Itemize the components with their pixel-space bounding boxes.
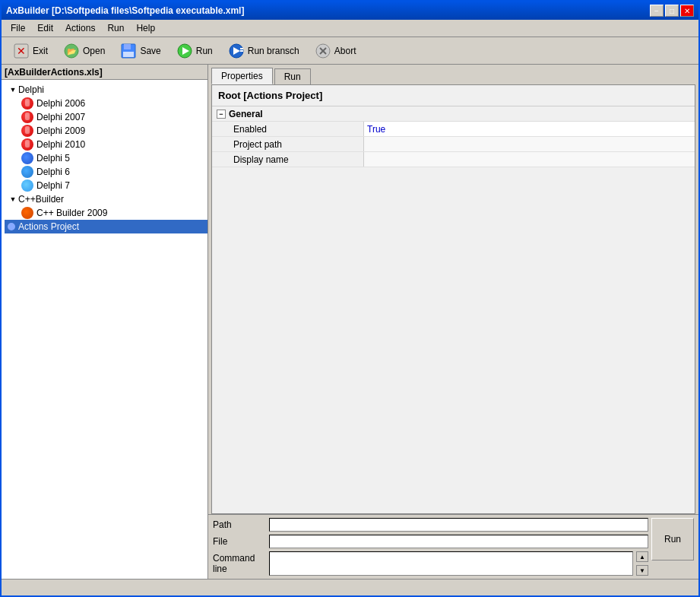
exit-icon: ✕ xyxy=(13,43,30,59)
run-row-path: Path xyxy=(213,518,648,532)
svg-text:✕: ✕ xyxy=(17,45,26,57)
section-general-header[interactable]: − General xyxy=(212,106,695,122)
tree-item-cpp[interactable]: ▼ C++Builder xyxy=(5,192,207,206)
file-label: File xyxy=(213,536,266,547)
prop-value-display-name[interactable] xyxy=(364,152,695,167)
prop-row-enabled: Enabled True xyxy=(212,122,695,137)
runbranch-label: Run bransch xyxy=(248,46,299,56)
delphi6-label: Delphi 6 xyxy=(36,167,70,177)
delphi2010-icon xyxy=(21,138,33,151)
tree-cpp-label: C++Builder xyxy=(18,194,64,205)
tree-item-delphi2010[interactable]: Delphi 2010 xyxy=(18,138,207,151)
runbranch-button[interactable]: Run bransch xyxy=(221,40,306,62)
tree-item-delphi7[interactable]: Delphi 7 xyxy=(18,179,207,192)
toolbar: ✕ Exit 📂 Open Save xyxy=(2,37,698,65)
scroll-down-icon[interactable]: ▼ xyxy=(636,565,648,576)
properties-title: Root [Actions Project] xyxy=(212,85,695,106)
svg-text:📂: 📂 xyxy=(67,46,77,56)
file-input[interactable] xyxy=(269,535,648,548)
svg-rect-5 xyxy=(124,44,131,49)
run-panel: Path File Command line xyxy=(208,514,698,579)
left-panel: [AxBuilderActions.xls] ▼ Delphi Delphi 2… xyxy=(2,65,208,579)
cpp2009-icon xyxy=(21,207,33,219)
maximize-button[interactable]: □ xyxy=(665,5,679,17)
path-input[interactable] xyxy=(269,518,648,532)
prop-value-project-path[interactable] xyxy=(364,137,695,151)
menu-run[interactable]: Run xyxy=(101,21,130,35)
tree-item-delphi6[interactable]: Delphi 6 xyxy=(18,165,207,179)
run-row-cmdline: Command line ▲ ▼ xyxy=(213,551,648,576)
expand-cpp-icon[interactable]: ▼ xyxy=(8,194,18,205)
menu-actions[interactable]: Actions xyxy=(59,21,101,35)
tree-item-actions-project[interactable]: Actions Project xyxy=(5,220,207,233)
tree-item-delphi2009[interactable]: Delphi 2009 xyxy=(18,124,207,138)
statusbar xyxy=(2,579,698,595)
expand-delphi-icon[interactable]: ▼ xyxy=(8,84,18,95)
cmdline-right: ▲ ▼ xyxy=(269,551,648,576)
menu-edit[interactable]: Edit xyxy=(31,21,59,35)
tree-item-delphi[interactable]: ▼ Delphi xyxy=(5,83,207,97)
abort-button[interactable]: Abort xyxy=(308,40,363,62)
run-label: Run xyxy=(196,46,213,56)
close-button[interactable]: ✕ xyxy=(680,5,694,17)
left-panel-header: [AxBuilderActions.xls] xyxy=(2,65,207,80)
run-button[interactable]: Run xyxy=(169,40,220,62)
actions-project-label: Actions Project xyxy=(18,221,79,232)
tree-item-delphi2007[interactable]: Delphi 2007 xyxy=(18,110,207,124)
open-label: Open xyxy=(83,46,105,56)
delphi6-icon xyxy=(21,166,33,178)
delphi2010-label: Delphi 2010 xyxy=(36,139,85,150)
cmdline-scrollbar: ▲ ▼ xyxy=(636,551,648,576)
main-content: [AxBuilderActions.xls] ▼ Delphi Delphi 2… xyxy=(2,65,698,579)
abort-icon xyxy=(315,43,331,59)
tree-header-text: [AxBuilderActions.xls] xyxy=(5,67,103,78)
cpp2009-label: C++ Builder 2009 xyxy=(36,208,107,218)
open-button[interactable]: 📂 Open xyxy=(56,40,112,62)
actions-project-dot-icon xyxy=(8,223,15,230)
tree-item-delphi2006[interactable]: Delphi 2006 xyxy=(18,97,207,110)
menu-help[interactable]: Help xyxy=(130,21,161,35)
abort-label: Abort xyxy=(334,46,356,56)
delphi5-icon xyxy=(21,152,33,164)
delphi2007-label: Delphi 2007 xyxy=(36,112,85,122)
prop-name-project-path: Project path xyxy=(212,137,364,151)
run-inputs-area: Path File Command line xyxy=(213,518,694,576)
delphi2009-label: Delphi 2009 xyxy=(36,125,85,136)
tab-properties[interactable]: Properties xyxy=(211,68,273,84)
tree-item-delphi5[interactable]: Delphi 5 xyxy=(18,151,207,165)
title-bar: AxBuilder [D:\Softpedia files\Softpedia … xyxy=(2,2,698,20)
section-toggle-icon[interactable]: − xyxy=(217,110,226,119)
exit-button[interactable]: ✕ Exit xyxy=(6,40,55,62)
tree-delphi-label: Delphi xyxy=(18,84,44,95)
save-button[interactable]: Save xyxy=(113,40,167,62)
path-label: Path xyxy=(213,519,266,530)
delphi7-label: Delphi 7 xyxy=(36,180,70,191)
tree-item-cpp2009[interactable]: C++ Builder 2009 xyxy=(18,206,207,220)
delphi5-label: Delphi 5 xyxy=(36,153,70,164)
delphi2007-icon xyxy=(21,111,33,123)
window-title: AxBuilder [D:\Softpedia files\Softpedia … xyxy=(6,5,244,16)
properties-spacer xyxy=(212,167,695,513)
run-fields: Path File Command line xyxy=(213,518,648,576)
prop-value-enabled[interactable]: True xyxy=(364,122,695,136)
delphi7-icon xyxy=(21,179,33,192)
delphi2009-icon xyxy=(21,125,33,137)
properties-area: Root [Actions Project] − General Enabled… xyxy=(211,84,695,514)
prop-name-enabled: Enabled xyxy=(212,122,364,136)
minimize-button[interactable]: − xyxy=(650,5,664,17)
cmdline-input[interactable] xyxy=(269,551,633,576)
menu-file[interactable]: File xyxy=(5,21,31,35)
tab-run[interactable]: Run xyxy=(274,68,311,84)
scroll-up-icon[interactable]: ▲ xyxy=(636,551,648,562)
run-row-file: File xyxy=(213,535,648,548)
save-label: Save xyxy=(140,46,160,56)
prop-name-display-name: Display name xyxy=(212,152,364,167)
main-window: AxBuilder [D:\Softpedia files\Softpedia … xyxy=(0,0,700,597)
tabs: Properties Run xyxy=(208,65,698,84)
svg-rect-6 xyxy=(123,52,134,57)
panel-run-button[interactable]: Run xyxy=(651,518,694,560)
menubar: File Edit Actions Run Help xyxy=(2,20,698,37)
run-icon xyxy=(176,43,193,59)
save-icon xyxy=(120,43,137,59)
tree-area[interactable]: ▼ Delphi Delphi 2006 Delphi 2007 Delphi … xyxy=(2,80,207,579)
